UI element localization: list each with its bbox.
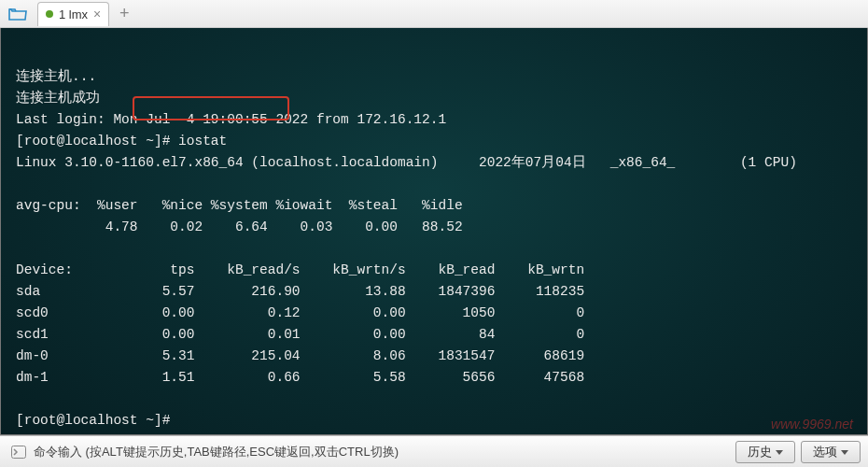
line-dev-sda: sda 5.57 216.90 13.88 1847396 118235 bbox=[16, 284, 584, 299]
terminal-output[interactable]: 连接主机... 连接主机成功 Last login: Mon Jul 4 19:… bbox=[0, 28, 868, 435]
chevron-down-icon bbox=[776, 450, 783, 455]
line-dev-scd0: scd0 0.00 0.12 0.00 1050 0 bbox=[16, 305, 584, 320]
line-dev-dm1: dm-1 1.51 0.66 5.58 5656 47568 bbox=[16, 370, 584, 385]
command-input-icon bbox=[11, 446, 26, 459]
line-dev-dm0: dm-0 5.31 215.04 8.06 1831547 68619 bbox=[16, 348, 584, 363]
command-hint: 命令输入 (按ALT键提示历史,TAB键路径,ESC键返回,双击CTRL切换) bbox=[34, 444, 399, 460]
watermark-text: www.9969.net bbox=[771, 417, 853, 432]
line-cpu-header: avg-cpu: %user %nice %system %iowait %st… bbox=[16, 198, 463, 213]
line-cpu-values: 4.78 0.02 6.64 0.03 0.00 88.52 bbox=[16, 219, 463, 234]
tab-label: 1 lmx bbox=[59, 7, 88, 21]
status-bar: 命令输入 (按ALT键提示历史,TAB键路径,ESC键返回,双击CTRL切换) … bbox=[0, 435, 868, 467]
line-prompt1: [root@localhost ~]# iostat bbox=[16, 134, 227, 149]
line-connecting: 连接主机... bbox=[16, 69, 96, 84]
add-tab-button[interactable]: + bbox=[113, 4, 135, 23]
command-iostat: iostat bbox=[178, 134, 227, 149]
options-button[interactable]: 选项 bbox=[801, 441, 861, 463]
svg-rect-0 bbox=[12, 446, 26, 458]
tab-bar: 1 lmx × + bbox=[0, 0, 868, 28]
tab-close-button[interactable]: × bbox=[93, 7, 101, 21]
line-dev-header: Device: tps kB_read/s kB_wrtn/s kB_read … bbox=[16, 262, 584, 277]
open-session-button[interactable] bbox=[4, 3, 32, 25]
tab-status-dot-icon bbox=[46, 10, 53, 18]
chevron-down-icon bbox=[841, 450, 848, 455]
line-prompt2: [root@localhost ~]# bbox=[16, 413, 178, 428]
line-connected: 连接主机成功 bbox=[16, 91, 100, 106]
line-dev-scd1: scd1 0.00 0.01 0.00 84 0 bbox=[16, 327, 584, 342]
tab-session-1[interactable]: 1 lmx × bbox=[37, 2, 109, 26]
line-last-login: Last login: Mon Jul 4 19:00:55 2022 from… bbox=[16, 112, 446, 127]
line-sysinfo: Linux 3.10.0-1160.el7.x86_64 (localhost.… bbox=[16, 155, 797, 170]
history-button[interactable]: 历史 bbox=[735, 441, 795, 463]
